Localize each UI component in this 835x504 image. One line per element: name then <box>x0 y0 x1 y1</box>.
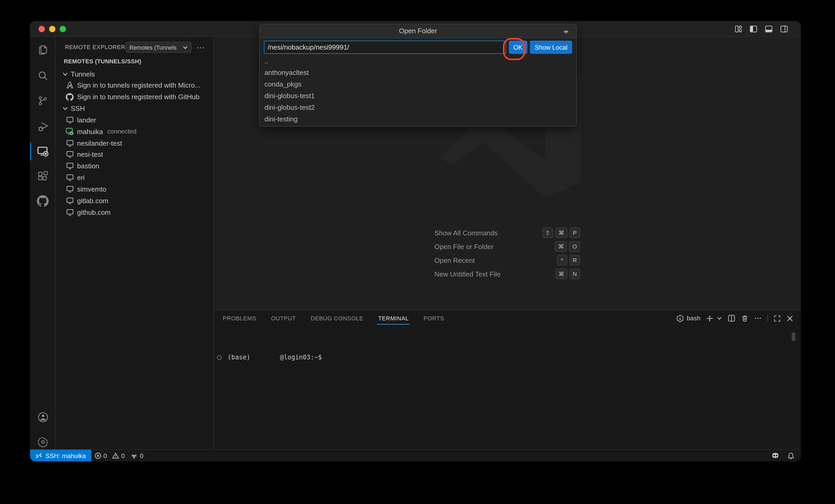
terminal-decoration-icon <box>217 355 222 360</box>
folder-suggestion-item[interactable]: conda_pkgs <box>260 78 576 90</box>
panel-tab-debug-console[interactable]: DEBUG CONSOLE <box>309 312 364 325</box>
new-terminal-icon[interactable] <box>706 315 713 322</box>
panel-tab-problems[interactable]: PROBLEMS <box>222 312 257 325</box>
svg-text:$: $ <box>679 316 681 321</box>
tree-item-sign-in-to-tunnels-registered-with-github[interactable]: Sign in to tunnels registered with GitHu… <box>56 91 213 103</box>
tree-item-description: connected <box>107 128 137 135</box>
bash-terminal-icon: $ <box>676 314 684 322</box>
tree-item-eri[interactable]: eri <box>56 172 213 183</box>
remote-explorer-icon[interactable] <box>30 141 56 162</box>
minimize-window-button[interactable] <box>49 26 56 32</box>
explorer-icon[interactable] <box>30 39 56 60</box>
search-icon[interactable] <box>30 65 56 86</box>
tree-item-label: eri <box>77 174 85 182</box>
warning-icon <box>111 452 119 459</box>
folder-suggestion-item[interactable]: dini-testing <box>260 113 576 124</box>
remote-type-dropdown-value: Remotes (Tunnels <box>129 44 183 51</box>
key-chip: N <box>570 269 580 279</box>
tree-item-mahuika[interactable]: mahuikaconnected <box>56 126 213 138</box>
tree-item-label: Tunnels <box>71 70 95 78</box>
split-terminal-icon[interactable] <box>728 315 735 322</box>
tree-item-github-com[interactable]: github.com <box>56 206 213 218</box>
open-folder-dialog: Open Folder OK Show Local ..anthonyaclte… <box>259 24 577 127</box>
folder-path-input[interactable] <box>264 41 506 54</box>
vscode-window: REMOTE EXPLORER Remotes (Tunnels ··· REM… <box>30 21 801 461</box>
key-chip: R <box>570 255 580 265</box>
terminal-host-prompt: @login03:~$ <box>280 354 322 361</box>
toggle-secondary-sidebar-icon[interactable] <box>780 25 788 33</box>
keybinding-row: Open Recent^R <box>434 253 580 267</box>
ports-status[interactable]: 0 <box>130 450 143 461</box>
close-window-button[interactable] <box>39 26 45 32</box>
customize-layout-icon[interactable] <box>735 25 742 33</box>
key-chip: ⌘ <box>555 227 567 238</box>
kill-terminal-icon[interactable] <box>741 315 749 322</box>
remote-type-dropdown[interactable]: Remotes (Tunnels <box>126 42 191 53</box>
tree-section-header[interactable]: REMOTES (TUNNELS/SSH) <box>64 58 141 64</box>
close-panel-icon[interactable] <box>787 315 793 322</box>
vm-connected-icon <box>65 127 74 136</box>
tree-item-gitlab-com[interactable]: gitlab.com <box>56 195 213 207</box>
warning-count: 0 <box>121 452 125 459</box>
run-debug-icon[interactable] <box>30 116 56 137</box>
vm-icon <box>65 173 74 182</box>
toggle-panel-icon[interactable] <box>765 25 773 33</box>
keybinding-row: Open File or Folder⌘O <box>434 240 580 253</box>
launch-profile-chevron-icon[interactable] <box>717 316 722 321</box>
folder-suggestion-item[interactable]: .. <box>260 55 576 66</box>
vm-icon <box>65 150 74 159</box>
folder-suggestion-item[interactable]: dini-globus-test2 <box>260 101 576 113</box>
copilot-icon[interactable] <box>771 452 779 459</box>
show-local-button[interactable]: Show Local <box>530 41 572 54</box>
remote-status-indicator[interactable]: SSH: mahuika <box>30 450 91 461</box>
tree-item-label: Sign in to tunnels registered with GitHu… <box>77 93 200 101</box>
ok-button[interactable]: OK <box>509 41 527 54</box>
panel-tab-ports[interactable]: PORTS <box>423 312 445 325</box>
tree-item-sign-in-to-tunnels-registered-with-micro-[interactable]: Sign in to tunnels registered with Micro… <box>56 80 213 91</box>
tree-item-label: github.com <box>77 208 110 216</box>
more-actions-icon[interactable]: ··· <box>196 43 205 52</box>
status-bar: SSH: mahuika 0 0 0 <box>30 449 801 461</box>
toggle-primary-sidebar-icon[interactable] <box>750 25 757 33</box>
terminal-prompt-line[interactable]: (base) @login03:~$ <box>217 354 322 361</box>
sidebar-remote-explorer: REMOTE EXPLORER Remotes (Tunnels ··· REM… <box>56 37 214 449</box>
github-activity-icon[interactable] <box>30 190 56 211</box>
remote-icon <box>35 452 42 459</box>
desktop: REMOTE EXPLORER Remotes (Tunnels ··· REM… <box>0 0 835 504</box>
key-chip: P <box>570 227 580 238</box>
github-icon <box>65 93 74 101</box>
keybinding-watermark: Show All Commands⇧⌘POpen File or Folder⌘… <box>434 226 580 281</box>
vm-icon <box>65 197 74 205</box>
terminal-shell-chip[interactable]: $ bash <box>676 314 700 322</box>
chevron-down-icon <box>183 45 188 50</box>
terminal-env: (base) <box>227 354 250 361</box>
tree-item-label: nesilander-test <box>77 139 122 147</box>
keybinding-label: Open File or Folder <box>434 242 555 250</box>
tree-item-bastion[interactable]: bastion <box>56 160 213 172</box>
eye-icon[interactable] <box>562 27 570 35</box>
extensions-icon[interactable] <box>30 166 56 187</box>
folder-suggestion-list: ..anthonyacltestconda_pkgsdini-globus-te… <box>260 55 576 124</box>
vm-icon <box>65 185 74 194</box>
accounts-icon[interactable] <box>30 406 56 427</box>
tree-item-lander[interactable]: lander <box>56 114 213 126</box>
ports-count: 0 <box>140 452 143 459</box>
folder-suggestion-item[interactable]: anthonyacltest <box>260 66 576 78</box>
tree-item-nesi-test[interactable]: nesi-test <box>56 149 213 160</box>
source-control-icon[interactable] <box>30 90 56 112</box>
problems-status[interactable]: 0 0 <box>95 450 125 461</box>
bell-icon[interactable] <box>788 452 794 459</box>
tree-item-simvemto[interactable]: simvemto <box>56 183 213 195</box>
terminal-scrollbar-thumb[interactable] <box>792 332 795 341</box>
zoom-window-button[interactable] <box>60 26 66 32</box>
panel-tab-terminal[interactable]: TERMINAL <box>377 312 410 325</box>
tree-group-tunnels[interactable]: Tunnels <box>56 68 213 80</box>
more-actions-icon[interactable] <box>754 315 762 322</box>
maximize-panel-icon[interactable] <box>774 315 781 322</box>
tree-item-nesilander-test[interactable]: nesilander-test <box>56 137 213 149</box>
panel-tab-output[interactable]: OUTPUT <box>270 312 297 325</box>
tree-item-label: lander <box>77 116 96 124</box>
folder-suggestion-item[interactable]: dini-globus-test1 <box>260 90 576 101</box>
bottom-panel: PROBLEMSOUTPUTDEBUG CONSOLETERMINALPORTS… <box>214 310 801 449</box>
tree-group-ssh[interactable]: SSH <box>56 103 213 114</box>
